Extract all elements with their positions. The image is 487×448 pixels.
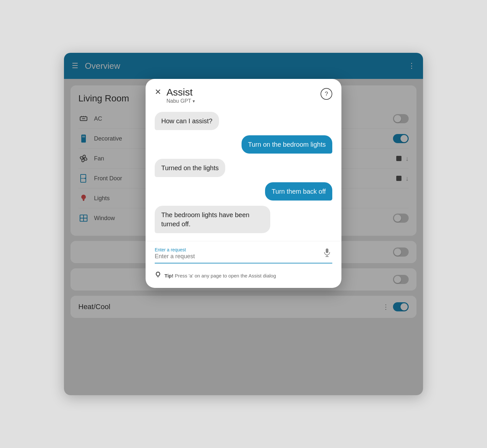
assist-subtitle-text: Nabu GPT [166,98,191,104]
input-area: Enter a request [146,241,341,266]
mic-button[interactable] [322,246,332,260]
assist-help-button[interactable]: ? [321,88,332,100]
assist-title: Assist [166,87,321,97]
assist-dialog: ✕ Assist Nabu GPT ▾ ? How can I assist? … [146,79,341,288]
input-label: Enter a request [155,247,322,252]
message-row-4: Turn them back off [155,182,332,201]
tip-area: Tip! Press 'a' on any page to open the A… [146,266,341,288]
message-row-1: How can I assist? [155,112,332,130]
chat-area: How can I assist? Turn on the bedroom li… [146,109,341,241]
mic-icon [323,250,331,259]
assist-close-button[interactable]: ✕ [155,88,161,96]
message-bubble-1: How can I assist? [155,112,219,130]
assist-dialog-header: ✕ Assist Nabu GPT ▾ ? [146,79,341,109]
message-bubble-3: Turned on the lights [155,159,225,177]
input-wrapper: Enter a request [155,246,332,263]
assist-subtitle-chevron[interactable]: ▾ [193,98,195,104]
message-row-3: Turned on the lights [155,159,332,177]
svg-rect-12 [326,248,328,253]
assist-title-area: Assist Nabu GPT ▾ [166,87,321,104]
message-row-5: The bedroom lights have been turned off. [155,206,332,233]
tip-bold: Tip! [165,273,173,278]
assist-subtitle-row: Nabu GPT ▾ [166,98,321,104]
app-frame: ☰ Overview ⋮ Living Room AC [64,53,423,395]
message-row-2: Turn on the bedroom lights [155,135,332,154]
request-input[interactable] [155,253,322,260]
tip-rest: Press 'a' on any page to open the Assist… [173,273,276,278]
tip-text: Tip! Press 'a' on any page to open the A… [165,273,276,278]
message-bubble-2: Turn on the bedroom lights [242,135,332,154]
tip-bulb-icon [155,271,161,280]
message-bubble-4: Turn them back off [265,182,332,201]
input-field-container: Enter a request [155,247,322,260]
message-bubble-5: The bedroom lights have been turned off. [155,206,270,233]
